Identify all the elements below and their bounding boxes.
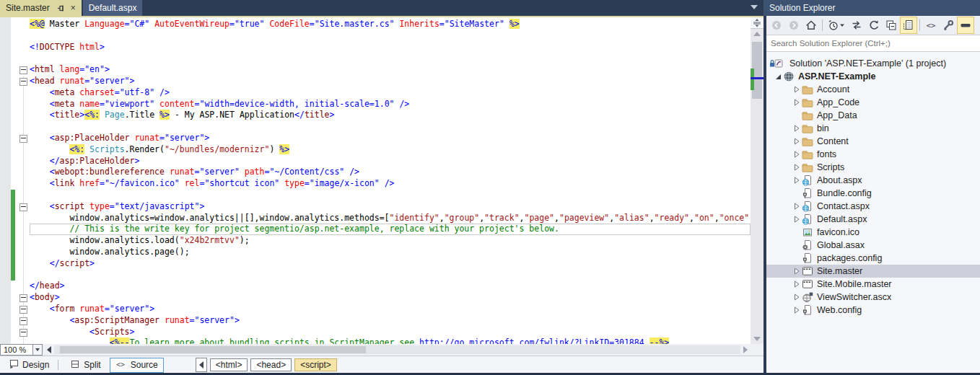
tree-item[interactable]: App_Data: [766, 109, 980, 122]
chevron-collapsed-icon[interactable]: [792, 148, 802, 161]
tree-item[interactable]: Site.master: [766, 265, 980, 278]
code-line[interactable]: <!DOCTYPE html>: [0, 42, 751, 53]
tree-item[interactable]: ASP.NET-Example: [766, 70, 980, 83]
code-line[interactable]: <%--To learn more about bundling scripts…: [0, 338, 751, 344]
code-line[interactable]: <asp:PlaceHolder runat="server">: [0, 133, 751, 144]
code-line[interactable]: // This is the write key for project seg…: [0, 224, 751, 235]
code-editor[interactable]: <%@ Master Language="C#" AutoEventWireup…: [0, 17, 751, 344]
chevron-collapsed-icon[interactable]: [792, 161, 802, 174]
tree-item[interactable]: App_Code: [766, 96, 980, 109]
collapse-icon[interactable]: [18, 64, 30, 76]
collapse-all-icon[interactable]: [883, 17, 900, 34]
tree-item[interactable]: Contact.aspx: [766, 200, 980, 213]
tree-item[interactable]: Content: [766, 135, 980, 148]
split-editor-handle[interactable]: [751, 17, 764, 29]
code-line[interactable]: <body>: [0, 292, 751, 304]
scroll-right-icon[interactable]: [743, 346, 748, 353]
tree-item[interactable]: Site.Mobile.master: [766, 278, 980, 291]
tree-item[interactable]: Account: [766, 83, 980, 96]
close-icon[interactable]: ×: [71, 4, 76, 12]
zoom-dropdown-icon[interactable]: [33, 344, 43, 356]
code-line[interactable]: [0, 30, 751, 42]
tree-item[interactable]: About.aspx: [766, 174, 980, 187]
tab-list-dropdown-icon[interactable]: [751, 5, 758, 9]
chevron-collapsed-icon[interactable]: [792, 174, 802, 187]
code-line[interactable]: window.analytics=window.analytics||[],wi…: [0, 213, 751, 224]
tag-breadcrumb[interactable]: <script>: [294, 358, 337, 371]
chevron-collapsed-icon[interactable]: [792, 200, 802, 213]
design-view-button[interactable]: Design: [3, 357, 55, 374]
code-line[interactable]: </script>: [0, 258, 751, 270]
horizontal-scrollbar[interactable]: [54, 345, 740, 354]
scroll-down-icon[interactable]: [753, 337, 761, 341]
view-code-icon[interactable]: <>: [922, 17, 940, 34]
chevron-collapsed-icon[interactable]: [792, 96, 802, 109]
back-icon[interactable]: [768, 17, 785, 34]
code-line[interactable]: <webopt:bundlereference runat="server" p…: [0, 167, 751, 178]
pending-changes-filter-icon[interactable]: [825, 17, 848, 34]
tree-item[interactable]: bin: [766, 122, 980, 135]
chevron-expanded-icon[interactable]: [774, 70, 783, 83]
tree-item[interactable]: Scripts: [766, 161, 980, 174]
collapse-icon[interactable]: [18, 292, 30, 304]
zoom-level-select[interactable]: 100 %: [0, 344, 33, 356]
tag-breadcrumb[interactable]: <head>: [250, 358, 292, 371]
code-line[interactable]: <meta charset="utf-8" />: [0, 87, 751, 99]
code-line[interactable]: </head>: [0, 281, 751, 292]
code-line[interactable]: <asp:ScriptManager runat="server">: [0, 315, 751, 327]
tree-item[interactable]: ViewSwitcher.ascx: [766, 291, 980, 304]
chevron-collapsed-icon[interactable]: [792, 291, 802, 304]
tag-breadcrumb[interactable]: <html>: [210, 358, 248, 371]
properties-icon[interactable]: [940, 17, 957, 34]
preview-selected-items-icon[interactable]: [957, 17, 974, 34]
sync-with-active-document-icon[interactable]: [848, 17, 865, 34]
code-line[interactable]: window.analytics.page();: [0, 247, 751, 258]
collapse-icon[interactable]: [18, 304, 30, 315]
collapse-icon[interactable]: [18, 315, 30, 327]
code-line[interactable]: [0, 121, 751, 133]
code-line[interactable]: window.analytics.load("x24b2rmtvv");: [0, 235, 751, 247]
scrollbar-thumb[interactable]: [60, 346, 366, 353]
vertical-scrollbar[interactable]: [751, 17, 764, 344]
chevron-collapsed-icon[interactable]: [792, 213, 802, 226]
code-line[interactable]: <title><%: Page.Title %> - My ASP.NET Ap…: [0, 110, 751, 121]
code-line[interactable]: <link href="~/favicon.ico" rel="shortcut…: [0, 178, 751, 190]
tree-item[interactable]: Default.aspx: [766, 213, 980, 226]
home-icon[interactable]: [802, 17, 820, 34]
code-line[interactable]: <html lang="en">: [0, 64, 751, 76]
code-line[interactable]: <%: Scripts.Render("~/bundles/modernizr"…: [0, 144, 751, 156]
code-line[interactable]: <form runat="server">: [0, 304, 751, 315]
tree-item[interactable]: Web.config: [766, 304, 980, 317]
tree-item[interactable]: packages.config: [766, 252, 980, 265]
scroll-up-icon[interactable]: [753, 32, 761, 36]
show-all-files-icon[interactable]: [900, 17, 917, 34]
scroll-left-icon[interactable]: [47, 346, 51, 353]
tag-nav-back-icon[interactable]: [196, 358, 207, 372]
refresh-icon[interactable]: [865, 17, 883, 34]
forward-icon[interactable]: [785, 17, 802, 34]
tree-item[interactable]: Solution 'ASP.NET-Example' (1 project): [766, 57, 980, 70]
panel-title[interactable]: Solution Explorer: [764, 0, 980, 16]
chevron-collapsed-icon[interactable]: [792, 135, 802, 148]
code-line[interactable]: <Scripts>: [0, 327, 751, 338]
tree-item[interactable]: favicon.ico: [766, 226, 980, 239]
chevron-collapsed-icon[interactable]: [792, 122, 802, 135]
pin-icon[interactable]: [57, 4, 65, 12]
tab-default-aspx[interactable]: Default.aspx: [83, 0, 143, 16]
split-view-button[interactable]: Split: [64, 357, 106, 374]
tree-item[interactable]: Global.asax: [766, 239, 980, 252]
collapse-icon[interactable]: [18, 327, 30, 338]
chevron-collapsed-icon[interactable]: [792, 83, 802, 96]
chevron-collapsed-icon[interactable]: [792, 265, 802, 278]
search-input[interactable]: [766, 35, 980, 51]
tab-site-master[interactable]: Site.master ×: [0, 0, 82, 16]
code-line[interactable]: [0, 53, 751, 64]
tree-item[interactable]: Bundle.config: [766, 187, 980, 200]
collapse-icon[interactable]: [18, 76, 30, 87]
chevron-collapsed-icon[interactable]: [792, 304, 802, 317]
code-line[interactable]: [0, 190, 751, 201]
code-line[interactable]: </asp:PlaceHolder>: [0, 156, 751, 167]
code-line[interactable]: <%@ Master Language="C#" AutoEventWireup…: [0, 19, 751, 30]
code-line[interactable]: <script type="text/javascript">: [0, 201, 751, 213]
code-line[interactable]: [0, 270, 751, 281]
